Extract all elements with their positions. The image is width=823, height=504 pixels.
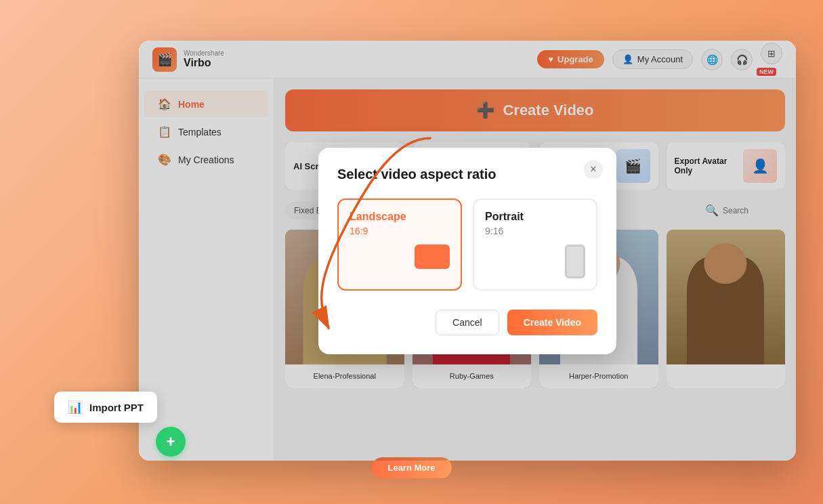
aspect-ratio-dialog: × Select video aspect ratio Landscape 16… (318, 148, 616, 354)
import-ppt-label: Import PPT (89, 402, 144, 413)
landscape-icon (415, 245, 450, 269)
landscape-ratio: 16:9 (350, 226, 450, 236)
app-window: 🎬 Wondershare Virbo ♥ Upgrade 👤 My Accou… (139, 41, 796, 461)
portrait-name: Portrait (485, 211, 585, 223)
landscape-option[interactable]: Landscape 16:9 (337, 198, 462, 291)
dialog-footer: Cancel Create Video (337, 310, 597, 335)
dialog-overlay: × Select video aspect ratio Landscape 16… (139, 41, 796, 461)
portrait-ratio: 9:16 (485, 226, 585, 236)
portrait-icon (565, 245, 585, 278)
create-video-button[interactable]: Create Video (507, 310, 597, 335)
plus-circle-button[interactable]: + (156, 427, 186, 457)
dialog-title: Select video aspect ratio (337, 167, 597, 182)
portrait-option[interactable]: Portrait 9:16 (473, 198, 597, 291)
dialog-close-button[interactable]: × (584, 160, 603, 179)
cancel-button[interactable]: Cancel (436, 310, 499, 335)
landscape-name: Landscape (350, 211, 450, 223)
close-icon: × (590, 163, 596, 175)
import-ppt-card[interactable]: 📊 Import PPT (54, 392, 157, 423)
ppt-icon: 📊 (68, 400, 83, 415)
aspect-options: Landscape 16:9 Portrait 9:16 (337, 198, 597, 291)
landscape-icon-area (350, 245, 450, 269)
portrait-icon-area (485, 245, 585, 278)
